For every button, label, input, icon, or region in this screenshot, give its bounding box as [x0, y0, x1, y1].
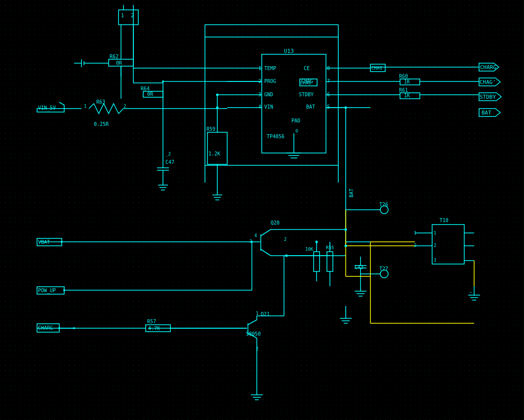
schematic-canvas: [0, 0, 524, 420]
schematic-view: [0, 0, 524, 420]
